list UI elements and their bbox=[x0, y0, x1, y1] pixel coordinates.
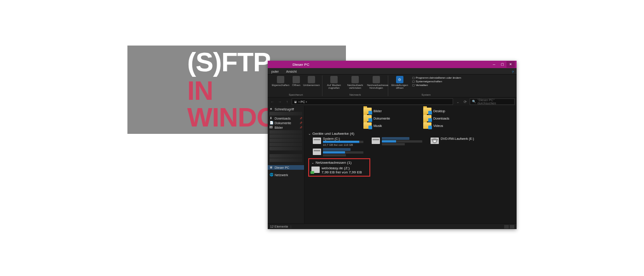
drive-icon bbox=[372, 138, 380, 144]
content-pane: Bilder Desktop Dokumente Downloads Musik… bbox=[305, 106, 517, 224]
drives-section-header[interactable]: Geräte und Laufwerke (4) bbox=[308, 132, 513, 136]
address-chevron-icon[interactable]: ⌄ bbox=[455, 100, 460, 104]
umbenennen-button[interactable]: Umbenennen bbox=[302, 75, 321, 87]
search-input[interactable]: 🔍 "Dieser PC" durchsuchen bbox=[470, 98, 515, 105]
sidebar-item-blurred bbox=[270, 154, 302, 158]
ribbon-group-speicherort: Eigenschaften Öffnen Umbenennen Speicher… bbox=[270, 75, 322, 96]
drive-d-bar bbox=[382, 140, 396, 143]
folder-icon bbox=[363, 108, 372, 114]
view-tiles-button[interactable] bbox=[510, 225, 514, 229]
network-icon: 🌐 bbox=[270, 173, 273, 177]
drive-e[interactable]: DVD-RW-Laufwerk (E:) bbox=[431, 137, 481, 146]
sidebar-item-dieser-pc[interactable]: 🖥Dieser PC bbox=[268, 165, 304, 170]
refresh-button[interactable]: ⟳ bbox=[462, 100, 468, 104]
address-bar[interactable]: 🖥 › PC › bbox=[292, 98, 453, 105]
titlebar[interactable]: Dieser PC ─ ▢ ✕ bbox=[268, 61, 517, 68]
close-button[interactable]: ✕ bbox=[506, 61, 515, 68]
sidebar-item-bilder[interactable]: 🖼Bilder bbox=[268, 125, 304, 130]
up-button[interactable]: ↑ bbox=[284, 100, 290, 104]
drive-d[interactable] bbox=[372, 137, 422, 146]
verwalten-link[interactable]: Verwalten bbox=[412, 83, 461, 86]
offnen-button[interactable]: Öffnen bbox=[291, 75, 301, 87]
forward-button[interactable]: → bbox=[277, 100, 282, 104]
netzlaufwerk-button[interactable]: Netzlaufwerk verbinden bbox=[345, 75, 365, 90]
netaddr-section-header[interactable]: Netzwerkadressen (1) bbox=[311, 161, 367, 165]
folder-icon bbox=[363, 122, 372, 129]
sidebar-item-schnellzugriff[interactable]: ★Schnellzugriff bbox=[268, 107, 304, 111]
sidebar-item-blurred bbox=[270, 143, 302, 146]
folder-downloads[interactable]: Downloads bbox=[423, 115, 465, 121]
pictures-icon: 🖼 bbox=[270, 126, 273, 129]
folder-icon bbox=[363, 115, 372, 121]
sidebar-item-netzwerk[interactable]: 🌐Netzwerk bbox=[268, 172, 304, 177]
programm-deinstallieren-link[interactable]: Programm deinstallieren oder ändern bbox=[412, 76, 461, 79]
sidebar-item-dokumente[interactable]: 📄Dokumente bbox=[268, 121, 304, 125]
network-drive-icon bbox=[311, 167, 320, 173]
gear-icon: ⚙ bbox=[396, 76, 403, 83]
folder-musik[interactable]: Musik bbox=[363, 122, 405, 129]
media-icon bbox=[330, 76, 338, 83]
folder-dokumente[interactable]: Dokumente bbox=[363, 115, 405, 121]
ribbon: Eigenschaften Öffnen Umbenennen Speicher… bbox=[268, 75, 517, 98]
open-icon bbox=[293, 76, 300, 83]
sidebar-item-blurred bbox=[270, 112, 302, 115]
network-addresses-highlight: Netzwerkadressen (1) webdeasy.de (Z:) 7,… bbox=[308, 158, 370, 177]
network-drive-z[interactable]: webdeasy.de (Z:) 7,99 EB frei von 7,99 E… bbox=[311, 166, 367, 174]
sidebar-item-blurred bbox=[270, 134, 302, 138]
maximize-button[interactable]: ▢ bbox=[498, 61, 506, 68]
folder-icon bbox=[423, 108, 431, 114]
explorer-window: Dieser PC ─ ▢ ✕ puter Ansicht ? Eigensch… bbox=[268, 61, 517, 229]
einstellungen-button[interactable]: ⚙Einstellungen öffnen bbox=[390, 75, 410, 90]
sidebar: ★Schnellzugriff ⬇Downloads 📄Dokumente 🖼B… bbox=[268, 106, 305, 224]
sidebar-item-blurred bbox=[270, 158, 302, 162]
auf-medien-button[interactable]: Auf Medien zugreifen bbox=[324, 75, 344, 90]
sidebar-item-blurred bbox=[270, 138, 302, 142]
document-icon: 📄 bbox=[270, 121, 273, 125]
folder-videos[interactable]: Videos bbox=[423, 122, 465, 129]
drive-icon bbox=[351, 76, 359, 83]
status-item-count: 12 Elemente bbox=[270, 225, 288, 228]
status-bar: 12 Elemente | bbox=[268, 224, 517, 229]
sidebar-item-blurred bbox=[270, 130, 302, 134]
pc-icon: 🖥 bbox=[270, 166, 273, 169]
back-button[interactable]: ← bbox=[270, 100, 275, 104]
properties-icon bbox=[277, 76, 284, 83]
netzwerkadresse-button[interactable]: Netzwerkadresse hinzufügen bbox=[366, 75, 386, 90]
sidebar-item-downloads[interactable]: ⬇Downloads bbox=[268, 116, 304, 121]
ribbon-tabs: puter Ansicht ? bbox=[268, 68, 517, 75]
drive-c[interactable]: System (C:) 10,7 GB frei von 110 GB bbox=[313, 137, 363, 146]
drive-icon bbox=[313, 138, 321, 144]
address-row: ← → ↑ 🖥 › PC › ⌄ ⟳ 🔍 "Dieser PC" durchsu… bbox=[268, 98, 517, 106]
drive-icon bbox=[313, 149, 321, 155]
folder-icon bbox=[423, 122, 431, 129]
folder-bilder[interactable]: Bilder bbox=[363, 108, 405, 114]
view-details-button[interactable] bbox=[504, 225, 509, 229]
folder-desktop[interactable]: Desktop bbox=[423, 108, 465, 114]
sidebar-item-blurred bbox=[270, 147, 302, 150]
ribbon-group-system: ⚙Einstellungen öffnen Programm deinstall… bbox=[388, 75, 464, 96]
star-icon: ★ bbox=[270, 107, 273, 111]
help-icon[interactable]: ? bbox=[512, 70, 517, 74]
drive-c-bar bbox=[323, 141, 359, 143]
eigenschaften-button[interactable]: Eigenschaften bbox=[271, 75, 290, 87]
systemeigenschaften-link[interactable]: Systemeigenschaften bbox=[412, 80, 461, 83]
download-icon: ⬇ bbox=[270, 116, 273, 120]
tab-ansicht[interactable]: Ansicht bbox=[282, 69, 300, 74]
network-address-icon bbox=[373, 76, 380, 83]
minimize-button[interactable]: ─ bbox=[490, 61, 498, 68]
drive-extra[interactable] bbox=[313, 148, 363, 156]
rename-icon bbox=[308, 76, 315, 83]
tab-computer[interactable]: puter bbox=[268, 69, 282, 74]
window-title: Dieser PC bbox=[270, 63, 490, 67]
folder-icon bbox=[423, 115, 431, 121]
dvd-icon bbox=[431, 138, 439, 144]
ribbon-group-netzwerk: Auf Medien zugreifen Netzlaufwerk verbin… bbox=[322, 75, 388, 96]
